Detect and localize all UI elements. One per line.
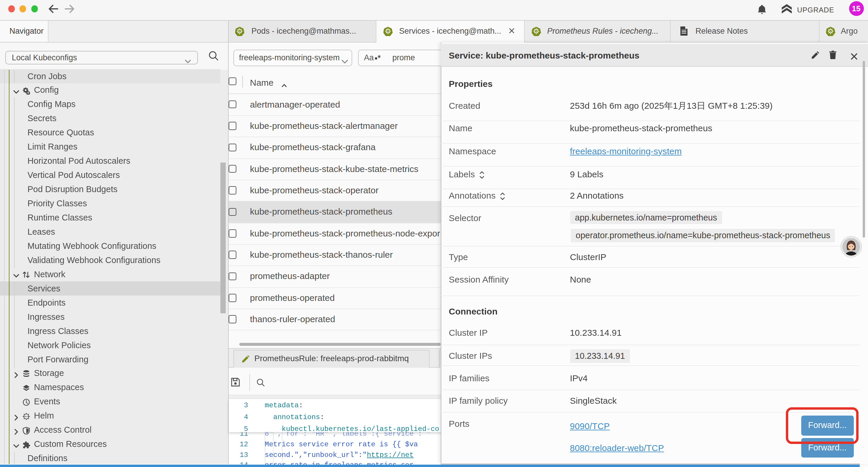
svg-text:HELM: HELM xyxy=(24,415,29,417)
